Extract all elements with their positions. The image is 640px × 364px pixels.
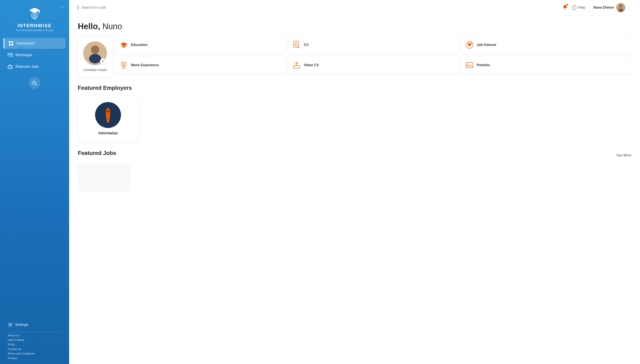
profile-edit-button[interactable]: ✏	[100, 58, 106, 64]
video-cv-label: Video CV	[304, 63, 319, 67]
job-interest-card[interactable]: Job Interest	[462, 36, 631, 54]
profile-avatar-wrap: ✏	[83, 42, 107, 65]
header-divider	[589, 5, 589, 10]
sidebar-link-terms[interactable]: Terms and Conditions	[8, 352, 61, 355]
svg-rect-11	[9, 44, 11, 46]
svg-line-18	[36, 84, 37, 86]
job-interest-label: Job Interest	[477, 43, 496, 47]
svg-rect-13	[8, 53, 12, 56]
candidate-details-label: Candidate Details	[83, 68, 107, 72]
user-avatar-image	[616, 3, 625, 12]
portfolio-card[interactable]: Porfolio	[462, 56, 631, 74]
sidebar-relevant-jobs-label: Relevant Jobs	[16, 64, 39, 69]
svg-rect-39	[122, 62, 126, 66]
svg-rect-45	[294, 66, 300, 68]
svg-text:?: ?	[573, 6, 575, 9]
svg-rect-12	[12, 44, 13, 46]
education-card[interactable]: Education	[116, 36, 286, 54]
greeting: Hello, Nuno	[78, 22, 631, 31]
sidebar-item-messages[interactable]: Messages	[4, 50, 66, 60]
sidebar-nav: Dashboard Messages Relevant Jobs	[0, 38, 69, 73]
featured-employers-title: Featured Employers	[78, 84, 631, 91]
employer-name: Internwise	[98, 131, 118, 136]
job-interest-icon	[465, 41, 474, 49]
cv-label: CV	[304, 43, 309, 47]
user-avatar	[616, 3, 625, 12]
sidebar-links: About Us How It Works FAQs Contact us Te…	[4, 334, 66, 360]
medal-icon	[120, 61, 128, 69]
video-cv-icon	[293, 61, 301, 69]
sidebar-settings[interactable]: Settings	[4, 319, 66, 330]
job-card-placeholder[interactable]	[78, 165, 130, 190]
search-icon	[32, 80, 37, 86]
jobs-row	[78, 165, 631, 190]
portfolio-label: Porfolio	[477, 63, 490, 67]
svg-point-28	[89, 54, 101, 64]
notification-dot	[566, 4, 569, 6]
back-button[interactable]: ←	[60, 4, 65, 10]
logo-area: INTERNWISE Your Internship Specialist in…	[16, 4, 53, 32]
help-label: Help	[578, 6, 585, 10]
sidebar-item-dashboard[interactable]: Dashboard	[4, 38, 66, 49]
notification-bell[interactable]	[562, 4, 568, 11]
pencil-icon: ✏	[102, 60, 104, 63]
svg-rect-10	[12, 41, 13, 43]
svg-rect-14	[9, 56, 10, 57]
employers-row: Internwise	[78, 96, 631, 142]
featured-jobs-header: Featured Jobs See More	[78, 150, 631, 161]
employer-card-internwise[interactable]: Internwise	[78, 96, 138, 142]
svg-rect-2	[39, 10, 40, 14]
user-info[interactable]: Nuno Dhiren ⋮	[593, 3, 631, 12]
user-name: Nuno Dhiren	[593, 6, 614, 10]
user-menu-icon[interactable]: ⋮	[627, 5, 631, 10]
logo-icon	[26, 4, 43, 22]
sidebar-divider	[8, 332, 61, 332]
sidebar-link-faqs[interactable]: FAQs	[8, 343, 61, 346]
sidebar-link-privacy[interactable]: Privacy	[8, 356, 61, 360]
search-bar[interactable]	[78, 6, 558, 10]
employer-logo	[95, 102, 121, 128]
help-button[interactable]: ? Help	[572, 5, 585, 10]
upload-icon	[293, 61, 301, 69]
svg-point-25	[619, 4, 622, 8]
settings-icon	[8, 322, 13, 327]
svg-marker-49	[105, 108, 111, 123]
tie-icon	[102, 106, 115, 124]
svg-rect-47	[466, 62, 473, 68]
sidebar-item-relevant-jobs[interactable]: Relevant Jobs	[4, 61, 66, 72]
cv-card[interactable]: CV	[289, 36, 459, 54]
header: ? Help Nuno Dhiren ⋮	[69, 0, 640, 15]
graduation-cap-icon	[120, 41, 128, 49]
featured-jobs-title: Featured Jobs	[78, 150, 116, 156]
search-input[interactable]	[81, 6, 558, 10]
sidebar-link-how-it-works[interactable]: How It Works	[8, 338, 61, 342]
svg-point-36	[298, 46, 299, 48]
logo-text: INTERNWISE	[18, 23, 52, 28]
candidate-details-card[interactable]: ✏ Candidate Details	[78, 36, 112, 77]
sidebar-search-area	[0, 77, 69, 89]
heart-star-icon	[466, 41, 473, 49]
education-icon	[120, 41, 128, 49]
help-icon: ?	[572, 5, 577, 10]
main-content: ? Help Nuno Dhiren ⋮	[69, 0, 640, 364]
image-icon	[466, 61, 473, 69]
svg-rect-5	[34, 19, 36, 20]
svg-rect-4	[33, 18, 36, 19]
sidebar-search-button[interactable]	[29, 77, 40, 89]
header-right: ? Help Nuno Dhiren ⋮	[562, 3, 631, 12]
video-cv-card[interactable]: Video CV	[289, 56, 459, 74]
sidebar-link-about[interactable]: About Us	[8, 334, 61, 337]
work-experience-label: Work Experience	[131, 63, 159, 67]
settings-label: Settings	[15, 322, 28, 327]
svg-point-29	[91, 46, 99, 54]
sidebar-link-contact[interactable]: Contact us	[8, 348, 61, 350]
sidebar-dashboard-label: Dashboard	[17, 41, 34, 46]
svg-point-42	[122, 66, 125, 69]
cv-icon	[293, 41, 301, 49]
education-label: Education	[131, 43, 148, 47]
see-more-button[interactable]: See More	[616, 154, 631, 157]
work-experience-card[interactable]: Work Experience	[116, 56, 286, 74]
portfolio-icon	[465, 61, 474, 69]
svg-marker-1	[29, 8, 40, 13]
content-area: Hello, Nuno ✏	[69, 15, 640, 197]
